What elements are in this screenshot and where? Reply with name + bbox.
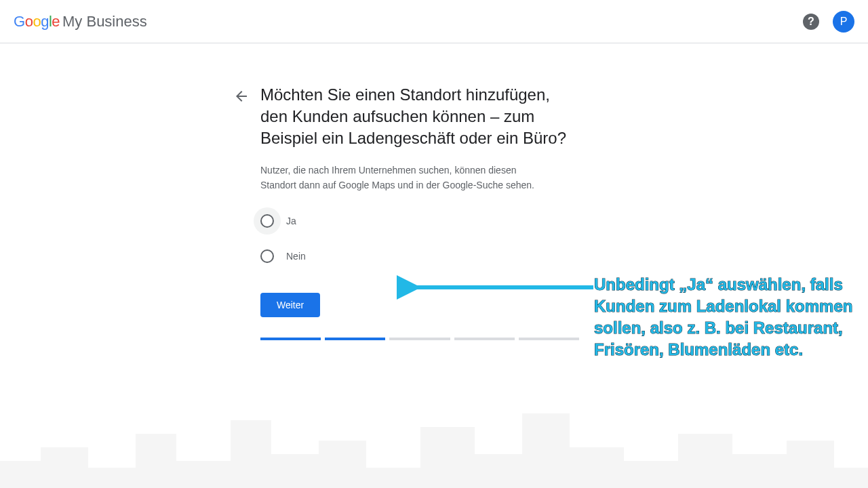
progress-segment <box>260 338 321 340</box>
google-logo: Google <box>14 13 60 30</box>
progress-segment <box>454 338 515 340</box>
progress-segment <box>389 338 450 340</box>
main-content: Möchten Sie einen Standort hinzufügen, d… <box>0 43 868 84</box>
radio-label: Ja <box>286 216 296 226</box>
progress-segment <box>519 338 579 340</box>
radio-circle-icon <box>260 249 274 263</box>
header-actions: ? P <box>803 11 854 33</box>
continue-button[interactable]: Weiter <box>260 293 320 317</box>
logo-area: Google My Business <box>14 13 147 30</box>
radio-label: Nein <box>286 251 306 262</box>
app-header: Google My Business ? P <box>0 0 868 43</box>
product-name: My Business <box>62 13 147 30</box>
avatar[interactable]: P <box>833 11 854 33</box>
form-heading: Möchten Sie einen Standort hinzufügen, d… <box>260 84 579 149</box>
annotation-text: Unbedingt „Ja“ auswählen, falls Kunden z… <box>594 274 859 361</box>
radio-option-no[interactable]: Nein <box>260 247 579 266</box>
skyline-decoration <box>0 393 868 488</box>
radio-option-yes[interactable]: Ja <box>260 211 579 230</box>
back-arrow-icon[interactable] <box>233 88 250 104</box>
progress-segment <box>325 338 385 340</box>
progress-bar <box>260 338 579 340</box>
help-icon[interactable]: ? <box>803 14 819 30</box>
form-subtext: Nutzer, die nach Ihrem Unternehmen suche… <box>260 163 552 192</box>
radio-circle-icon <box>260 214 274 228</box>
onboarding-form: Möchten Sie einen Standort hinzufügen, d… <box>260 84 579 340</box>
